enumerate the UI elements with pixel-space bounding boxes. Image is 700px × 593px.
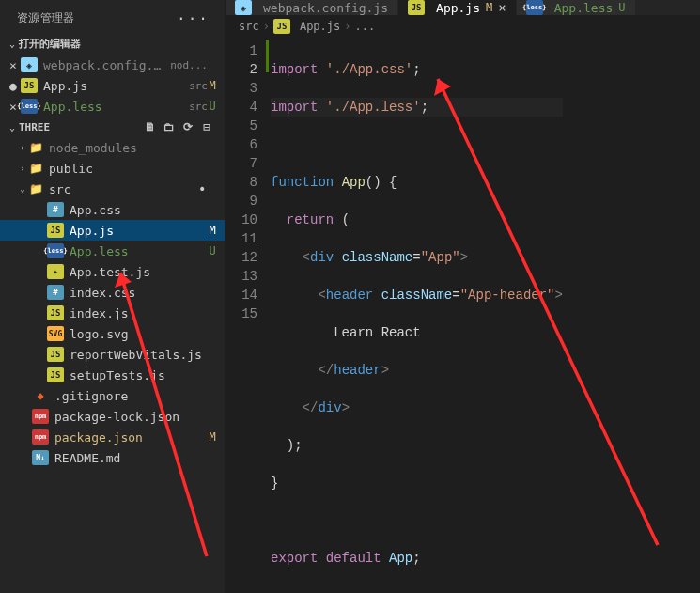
test-icon: ✦ [47,264,64,279]
file-item[interactable]: JSindex.js [0,303,225,323]
file-label: src [49,182,198,196]
chevron-icon: › [17,164,28,173]
file-item[interactable]: JSApp.jsM [0,220,225,241]
dirty-dot-icon[interactable]: ● [8,79,19,93]
less-icon: {less} [21,99,38,114]
vcs-status: M [208,224,225,237]
tab-label: App.js [436,1,480,15]
chevron-right-icon: › [344,20,350,33]
file-label: .gitignore [54,389,208,403]
vcs-status: U [208,244,225,257]
open-editor-item[interactable]: ●JSApp.jssrcM [0,75,225,96]
webpack-icon: ◈ [235,0,252,15]
file-label: App.css [70,203,208,217]
diff-add-indicator [266,40,269,72]
file-item[interactable]: #App.css [0,199,225,220]
file-label: index.css [70,286,208,300]
svg-icon: SVG [47,326,64,341]
file-label: App.less [43,100,185,114]
webpack-icon: ◈ [21,57,38,72]
tab-label: webpack.config.js [263,1,388,15]
explorer-sidebar: 资源管理器 ··· ⌄ 打开的编辑器 ×◈webpack.config.jsno… [0,0,226,593]
js-icon: JS [47,367,64,382]
file-item[interactable]: JSsetupTests.js [0,365,225,385]
less-icon: {less} [526,0,543,15]
file-item[interactable]: {less}App.lessU [0,241,225,261]
file-item[interactable]: ◆.gitignore [0,385,225,406]
breadcrumb-more: ... [355,20,376,33]
folder-green-icon: 📁 [28,141,43,154]
editor-area: ◈webpack.config.jsJSApp.jsM×{less}App.le… [226,0,700,593]
file-label: setupTests.js [70,368,208,382]
editor-tab[interactable]: ◈webpack.config.js [226,0,398,15]
open-editor-item[interactable]: ×{less}App.lesssrcU [0,96,225,117]
breadcrumb[interactable]: src › JS App.js › ... [226,15,700,38]
folder-green-icon: 📁 [28,182,43,195]
chevron-icon: › [17,143,28,152]
file-label: index.js [70,306,208,320]
file-label: reportWebVitals.js [70,348,208,362]
new-folder-icon[interactable]: 🗀 [163,120,176,133]
file-item[interactable]: ✦App.test.js [0,261,225,282]
close-icon[interactable]: × [8,58,19,72]
file-label: node_modules [49,141,208,155]
file-item[interactable]: #index.css [0,282,225,303]
close-icon[interactable]: × [498,0,506,15]
file-item[interactable]: JSreportWebVitals.js [0,344,225,365]
editor-tab[interactable]: {less}App.lessU [517,0,636,15]
file-item[interactable]: npmpackage-lock.json [0,406,225,427]
file-label: App.less [70,244,208,258]
vcs-status: M [208,430,225,444]
chevron-down-icon: ⌄ [6,122,19,133]
npm-icon: npm [32,429,49,445]
js-icon: JS [47,347,64,362]
folder-item[interactable]: ›📁public [0,158,225,179]
editor-tab[interactable]: JSApp.jsM× [398,0,517,15]
git-icon: ◆ [32,388,49,403]
folder-item[interactable]: ⌄📁src• [0,179,225,199]
modified-dot-icon: • [198,184,208,194]
vcs-status: U [208,100,225,113]
npm-icon: npm [32,409,49,424]
sidebar-title: 资源管理器 [17,10,75,26]
code-area[interactable]: 123456789101112131415 import './App.css'… [226,38,700,593]
file-label: package-lock.json [54,410,208,424]
js-icon: JS [408,0,425,15]
refresh-icon[interactable]: ⟳ [181,120,194,133]
css-icon: # [47,202,64,217]
file-label: App.test.js [70,265,208,279]
code-content[interactable]: import './App.css'; import './App.less';… [271,38,563,593]
file-label: logo.svg [70,327,208,341]
folder-item[interactable]: ›📁node_modules [0,137,225,158]
open-editors-label: 打开的编辑器 [19,37,219,51]
vcs-status: U [618,1,625,14]
less-icon: {less} [47,243,64,258]
tab-label: App.less [554,1,614,15]
vcs-status: M [486,1,492,14]
collapse-icon[interactable]: ⊟ [200,120,213,133]
file-item[interactable]: npmpackage.jsonM [0,427,225,447]
file-item[interactable]: SVGlogo.svg [0,323,225,344]
file-meta: src [189,80,208,92]
project-actions: 🗎 🗀 ⟳ ⊟ [144,120,219,133]
sidebar-header: 资源管理器 ··· [0,0,225,33]
editor-tabs: ◈webpack.config.jsJSApp.jsM×{less}App.le… [226,0,700,15]
new-file-icon[interactable]: 🗎 [144,120,157,133]
file-label: App.js [70,224,208,238]
vcs-status: M [208,79,225,92]
file-label: webpack.config.js [43,58,166,72]
project-header[interactable]: ⌄ THREE 🗎 🗀 ⟳ ⊟ [0,117,225,137]
file-item[interactable]: M↓README.md [0,447,225,468]
breadcrumb-root: src [239,20,259,33]
open-editors-list: ×◈webpack.config.jsnod...●JSApp.jssrcM×{… [0,55,225,117]
md-icon: M↓ [32,450,49,465]
more-icon[interactable]: ··· [177,9,210,27]
line-gutter: 123456789101112131415 [226,38,271,593]
open-editor-item[interactable]: ×◈webpack.config.jsnod... [0,55,225,75]
file-label: App.js [43,79,185,93]
open-editors-header[interactable]: ⌄ 打开的编辑器 [0,33,225,55]
folder-green-icon: 📁 [28,162,43,175]
js-icon: JS [47,223,64,238]
chevron-icon: ⌄ [17,184,28,194]
chevron-down-icon: ⌄ [6,39,19,49]
